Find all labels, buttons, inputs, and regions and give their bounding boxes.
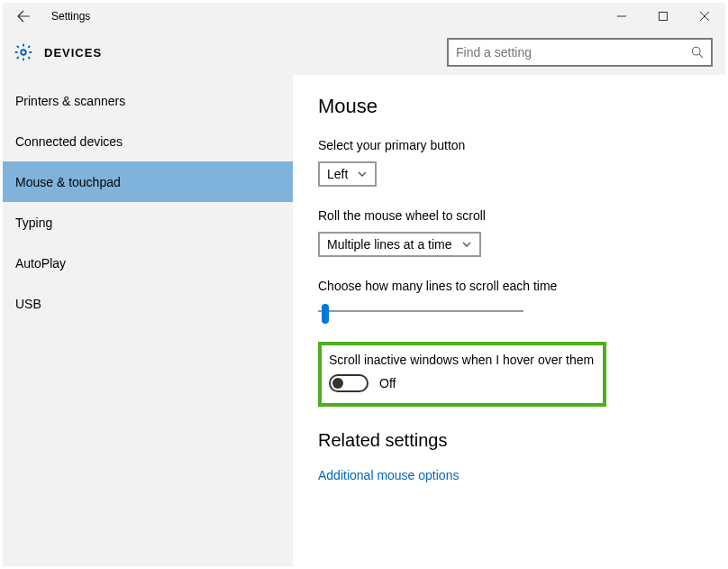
- sidebar-item-label: Printers & scanners: [15, 94, 125, 108]
- minimize-button[interactable]: [601, 3, 642, 30]
- body: Printers & scanners Connected devices Mo…: [3, 75, 725, 566]
- sidebar-item-label: Mouse & touchpad: [15, 175, 121, 189]
- maximize-icon: [659, 12, 668, 21]
- search-input[interactable]: [456, 45, 691, 60]
- back-button[interactable]: [3, 3, 44, 30]
- back-arrow-icon: [16, 9, 31, 23]
- related-settings-heading: Related settings: [318, 430, 725, 451]
- svg-point-1: [21, 50, 26, 55]
- minimize-icon: [617, 12, 626, 21]
- sidebar-item-connected-devices[interactable]: Connected devices: [3, 121, 293, 161]
- scroll-inactive-toggle[interactable]: [329, 374, 369, 392]
- highlight-annotation: Scroll inactive windows when I hover ove…: [318, 342, 606, 407]
- primary-button-label: Select your primary button: [318, 138, 725, 152]
- primary-button-select[interactable]: Left: [318, 161, 377, 187]
- primary-button-value: Left: [327, 167, 348, 181]
- sidebar-item-label: Typing: [15, 216, 52, 230]
- close-icon: [700, 12, 709, 21]
- wheel-scroll-value: Multiple lines at a time: [327, 237, 452, 252]
- sidebar-item-typing[interactable]: Typing: [3, 202, 293, 243]
- page-title: Mouse: [318, 95, 725, 118]
- sidebar-item-printers[interactable]: Printers & scanners: [3, 80, 293, 121]
- title-bar: Settings: [3, 3, 725, 30]
- slider-track: [318, 310, 523, 312]
- search-box[interactable]: [447, 38, 713, 67]
- scroll-inactive-label: Scroll inactive windows when I hover ove…: [329, 353, 596, 367]
- window-title: Settings: [51, 10, 90, 23]
- content-panel: Mouse Select your primary button Left Ro…: [293, 75, 725, 566]
- slider-thumb[interactable]: [322, 304, 329, 324]
- chevron-down-icon: [357, 169, 368, 179]
- sidebar-item-usb[interactable]: USB: [3, 283, 293, 324]
- svg-point-2: [692, 47, 700, 55]
- additional-mouse-options-link[interactable]: Additional mouse options: [318, 468, 459, 482]
- svg-rect-0: [660, 13, 668, 21]
- sidebar-item-label: AutoPlay: [15, 256, 66, 271]
- search-icon: [691, 46, 704, 59]
- sidebar-item-mouse-touchpad[interactable]: Mouse & touchpad: [3, 161, 293, 202]
- maximize-button[interactable]: [642, 3, 684, 30]
- category-title: DEVICES: [44, 46, 102, 60]
- gear-icon: [14, 42, 33, 62]
- close-button[interactable]: [684, 3, 725, 30]
- lines-scroll-label: Choose how many lines to scroll each tim…: [318, 279, 725, 293]
- wheel-scroll-label: Roll the mouse wheel to scroll: [318, 208, 725, 223]
- header: DEVICES: [3, 30, 725, 75]
- scroll-inactive-state: Off: [379, 376, 396, 390]
- sidebar: Printers & scanners Connected devices Mo…: [3, 75, 293, 566]
- wheel-scroll-select[interactable]: Multiple lines at a time: [318, 232, 481, 257]
- sidebar-item-label: Connected devices: [15, 134, 123, 149]
- sidebar-item-label: USB: [15, 297, 41, 311]
- sidebar-item-autoplay[interactable]: AutoPlay: [3, 243, 293, 283]
- chevron-down-icon: [461, 239, 472, 250]
- lines-scroll-slider[interactable]: [318, 302, 523, 320]
- toggle-knob: [332, 378, 343, 389]
